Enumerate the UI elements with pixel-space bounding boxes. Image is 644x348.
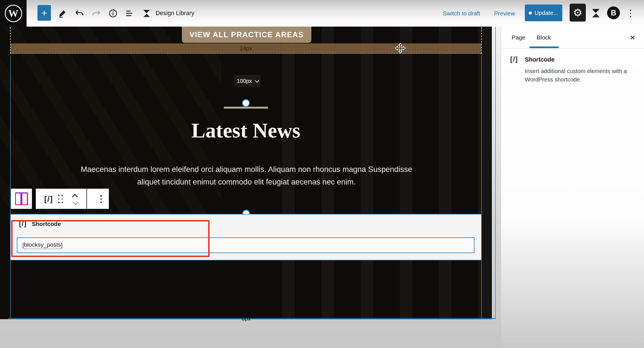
redo-icon bbox=[92, 10, 100, 17]
move-up-button[interactable] bbox=[72, 194, 78, 200]
latest-news-heading[interactable]: Latest News bbox=[0, 118, 492, 143]
stackable-sidebar-button[interactable] bbox=[590, 7, 602, 19]
spacer-height-control[interactable]: 100px bbox=[234, 75, 261, 87]
close-icon: ✕ bbox=[630, 34, 635, 42]
undo-icon bbox=[75, 10, 84, 17]
stackable-icon bbox=[590, 8, 601, 19]
settings-sidebar: Page Block ✕ [/] Shortcode Insert additi… bbox=[501, 27, 644, 348]
divider-resize-handle[interactable] bbox=[242, 99, 250, 107]
block-card-title: Shortcode bbox=[525, 56, 554, 63]
sidebar-header: Page Block ✕ bbox=[501, 27, 644, 48]
edit-tool-button[interactable] bbox=[57, 8, 68, 19]
preview-link[interactable]: Preview bbox=[494, 0, 515, 27]
info-icon bbox=[109, 9, 117, 18]
active-tab-indicator bbox=[530, 46, 559, 48]
shortcode-block-icon: [/] bbox=[41, 189, 57, 209]
undo-button[interactable] bbox=[74, 8, 85, 19]
annotation-highlight-rectangle bbox=[11, 220, 210, 257]
hero-paragraph[interactable]: Maecenas interdum lorem eleifend orci al… bbox=[77, 163, 416, 188]
block-toolbar: [/] bbox=[36, 188, 109, 209]
block-inserter-button[interactable]: + bbox=[37, 5, 51, 21]
gear-icon: ⚙ bbox=[573, 7, 582, 19]
tab-page[interactable]: Page bbox=[512, 27, 525, 48]
wordpress-icon: W bbox=[5, 5, 22, 22]
update-button-label: Update... bbox=[534, 10, 558, 16]
close-sidebar-button[interactable]: ✕ bbox=[627, 32, 638, 43]
blocksy-icon: B bbox=[611, 9, 616, 17]
stackable-icon bbox=[142, 9, 151, 18]
bottom-spacing-label: 0px bbox=[241, 315, 251, 322]
blocksy-button[interactable]: B bbox=[607, 6, 620, 19]
tab-block[interactable]: Block bbox=[537, 27, 551, 48]
editor-canvas: VIEW ALL PRACTICE AREAS 24px 100px Lates… bbox=[0, 27, 501, 348]
list-view-button[interactable] bbox=[124, 8, 135, 19]
list-view-icon bbox=[125, 10, 133, 17]
drag-handle[interactable] bbox=[57, 194, 64, 204]
editor-toolbar: W + Design L bbox=[0, 0, 644, 27]
spacer-block[interactable]: 24px bbox=[11, 43, 481, 54]
shortcode-icon: [/] bbox=[510, 56, 518, 63]
block-options-button[interactable] bbox=[93, 189, 109, 209]
hero-section[interactable]: VIEW ALL PRACTICE AREAS 24px 100px Lates… bbox=[0, 27, 492, 319]
unsaved-dot-icon bbox=[529, 11, 532, 15]
settings-toggle-button[interactable]: ⚙ bbox=[570, 4, 586, 22]
block-card-description: Insert additional custom elements with a… bbox=[525, 67, 636, 83]
switch-to-draft-link[interactable]: Switch to draft bbox=[443, 0, 480, 27]
redo-button[interactable] bbox=[91, 8, 102, 19]
chevron-down-icon bbox=[255, 78, 259, 83]
update-button[interactable]: Update... bbox=[525, 4, 562, 21]
details-button[interactable] bbox=[107, 8, 119, 19]
block-mover bbox=[69, 191, 82, 207]
pencil-icon bbox=[58, 9, 67, 18]
spacer-height-label: 24px bbox=[240, 45, 252, 52]
stackable-design-library-button[interactable] bbox=[141, 8, 152, 19]
move-down-button[interactable] bbox=[72, 199, 78, 205]
options-menu-button[interactable] bbox=[628, 8, 633, 19]
spacer-height-value: 100px bbox=[237, 78, 252, 84]
move-cursor-icon bbox=[395, 43, 406, 53]
wordpress-logo-button[interactable]: W bbox=[0, 0, 27, 27]
columns-icon bbox=[15, 192, 28, 205]
design-library-label: Design Library bbox=[156, 0, 194, 27]
parent-block-selector-button[interactable] bbox=[11, 188, 32, 209]
divider-block[interactable] bbox=[224, 107, 268, 109]
toolbar-divider bbox=[86, 189, 87, 209]
